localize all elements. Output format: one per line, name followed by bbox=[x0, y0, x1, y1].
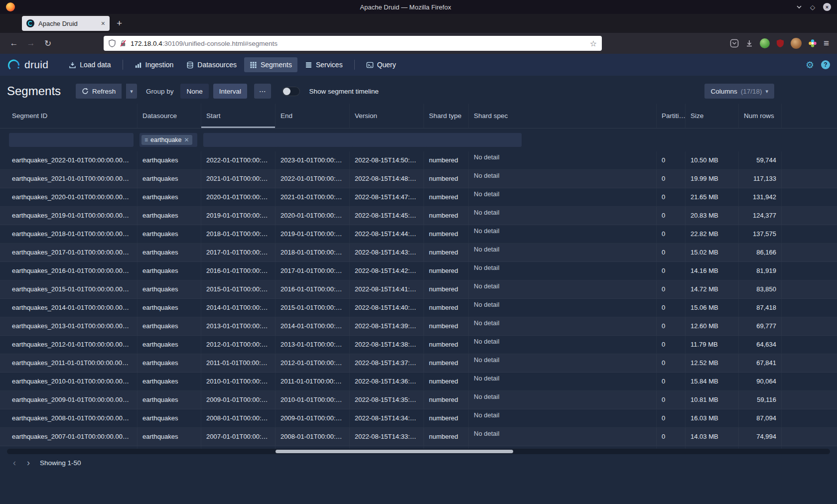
cell-end[interactable]: 2023-01-01T00:00:00.0… bbox=[276, 151, 350, 169]
cell-end[interactable]: 2011-01-01T00:00:00.0… bbox=[276, 373, 350, 390]
nav-item-load-data[interactable]: Load data bbox=[63, 57, 116, 72]
cell-shard-spec[interactable]: No detail bbox=[469, 225, 657, 243]
cell-size[interactable]: 10.81 MB bbox=[686, 391, 739, 409]
browser-tab[interactable]: Apache Druid × bbox=[22, 16, 110, 31]
cell-partition[interactable]: 0 bbox=[657, 262, 686, 280]
cell-start[interactable]: 2007-01-01T00:00:00.0… bbox=[201, 428, 276, 446]
next-page-button[interactable]: › bbox=[22, 458, 35, 468]
cell-partition[interactable]: 0 bbox=[657, 391, 686, 409]
cell-version[interactable]: 2022-08-15T14:34:19.1… bbox=[350, 409, 424, 427]
cell-start[interactable]: 2016-01-01T00:00:00.0… bbox=[201, 262, 276, 280]
remove-filter-icon[interactable]: ✕ bbox=[184, 136, 189, 143]
cell-datasource[interactable]: earthquakes bbox=[138, 207, 201, 225]
cell-start[interactable]: 2019-01-01T00:00:00.0… bbox=[201, 207, 276, 225]
columns-button[interactable]: Columns (17/18) ▾ bbox=[704, 84, 774, 99]
cell-num-rows[interactable]: 67,841 bbox=[739, 354, 782, 372]
cell-num-rows[interactable]: 69,777 bbox=[739, 317, 782, 335]
table-row[interactable]: earthquakes_2010-01-01T00:00:00.000Z_2… … bbox=[0, 373, 837, 391]
cell-shard-type[interactable]: numbered bbox=[424, 170, 469, 188]
cell-shard-spec[interactable]: No detail bbox=[469, 391, 657, 409]
cell-size[interactable]: 15.02 MB bbox=[686, 244, 739, 261]
cell-num-rows[interactable]: 124,377 bbox=[739, 207, 782, 225]
filter-datasource-input[interactable]: ≡ earthquake ✕ bbox=[140, 133, 197, 147]
cell-shard-type[interactable]: numbered bbox=[424, 262, 469, 280]
cell-num-rows[interactable]: 74,994 bbox=[739, 428, 782, 446]
cell-partition[interactable]: 0 bbox=[657, 244, 686, 261]
cell-shard-spec[interactable]: No detail bbox=[469, 317, 657, 335]
help-icon[interactable]: ? bbox=[821, 60, 830, 69]
back-button[interactable]: ← bbox=[6, 36, 22, 51]
nav-item-datasources[interactable]: Datasources bbox=[181, 57, 242, 72]
cell-size[interactable]: 10.50 MB bbox=[686, 151, 739, 169]
cell-end[interactable]: 2017-01-01T00:00:00.0… bbox=[276, 262, 350, 280]
cell-segment-id[interactable]: earthquakes_2008-01-01T00:00:00.000Z_2… bbox=[7, 409, 138, 427]
cell-num-rows[interactable]: 137,575 bbox=[739, 225, 782, 243]
cell-num-rows[interactable]: 81,919 bbox=[739, 262, 782, 280]
cell-shard-type[interactable]: numbered bbox=[424, 391, 469, 409]
cell-shard-type[interactable]: numbered bbox=[424, 336, 469, 354]
cell-start[interactable]: 2017-01-01T00:00:00.0… bbox=[201, 244, 276, 261]
cell-segment-id[interactable]: earthquakes_2017-01-01T00:00:00.000Z_2… bbox=[7, 244, 138, 261]
cell-end[interactable]: 2014-01-01T00:00:00.0… bbox=[276, 317, 350, 335]
table-row[interactable]: earthquakes_2015-01-01T00:00:00.000Z_2… … bbox=[0, 280, 837, 299]
menu-icon[interactable]: ≡ bbox=[824, 38, 829, 49]
horizontal-scrollbar[interactable] bbox=[7, 449, 830, 454]
column-header-end[interactable]: End bbox=[276, 104, 350, 128]
cell-shard-type[interactable]: numbered bbox=[424, 225, 469, 243]
cell-version[interactable]: 2022-08-15T14:48:43.0… bbox=[350, 170, 424, 188]
cell-start[interactable]: 2009-01-01T00:00:00.0… bbox=[201, 391, 276, 409]
cell-end[interactable]: 2013-01-01T00:00:00.0… bbox=[276, 336, 350, 354]
group-by-none-button[interactable]: None bbox=[180, 84, 208, 99]
datasource-filter-tag[interactable]: ≡ earthquake ✕ bbox=[141, 135, 192, 145]
column-header-num-rows[interactable]: Num rows bbox=[739, 104, 782, 128]
cell-segment-id[interactable]: earthquakes_2021-01-01T00:00:00.000Z_2… bbox=[7, 170, 138, 188]
cell-partition[interactable]: 0 bbox=[657, 299, 686, 317]
column-header-partition[interactable]: Partiti… bbox=[657, 104, 686, 128]
cell-version[interactable]: 2022-08-15T14:47:13.5… bbox=[350, 188, 424, 206]
column-header-shard-spec[interactable]: Shard spec bbox=[469, 104, 657, 128]
cell-version[interactable]: 2022-08-15T14:45:49.1… bbox=[350, 207, 424, 225]
cell-version[interactable]: 2022-08-15T14:44:14.1… bbox=[350, 225, 424, 243]
scrollbar-thumb[interactable] bbox=[276, 450, 513, 453]
cell-segment-id[interactable]: earthquakes_2011-01-01T00:00:00.000Z_2… bbox=[7, 354, 138, 372]
cell-num-rows[interactable]: 86,166 bbox=[739, 244, 782, 261]
cell-size[interactable]: 16.03 MB bbox=[686, 409, 739, 427]
cell-partition[interactable]: 0 bbox=[657, 151, 686, 169]
cell-datasource[interactable]: earthquakes bbox=[138, 151, 201, 169]
cell-end[interactable]: 2022-01-01T00:00:00.0… bbox=[276, 170, 350, 188]
refresh-button[interactable]: Refresh bbox=[76, 84, 122, 99]
cell-size[interactable]: 15.06 MB bbox=[686, 299, 739, 317]
table-row[interactable]: earthquakes_2018-01-01T00:00:00.000Z_2… … bbox=[0, 225, 837, 244]
cell-segment-id[interactable]: earthquakes_2020-01-01T00:00:00.000Z_2… bbox=[7, 188, 138, 206]
cell-datasource[interactable]: earthquakes bbox=[138, 336, 201, 354]
cell-shard-spec[interactable]: No detail bbox=[469, 207, 657, 225]
cell-start[interactable]: 2013-01-01T00:00:00.0… bbox=[201, 317, 276, 335]
table-row[interactable]: earthquakes_2009-01-01T00:00:00.000Z_2… … bbox=[0, 391, 837, 409]
cell-size[interactable]: 12.60 MB bbox=[686, 317, 739, 335]
cell-shard-spec[interactable]: No detail bbox=[469, 428, 657, 446]
table-row[interactable]: earthquakes_2021-01-01T00:00:00.000Z_2… … bbox=[0, 170, 837, 188]
cell-num-rows[interactable]: 87,418 bbox=[739, 299, 782, 317]
cell-shard-spec[interactable]: No detail bbox=[469, 373, 657, 390]
cell-start[interactable]: 2010-01-01T00:00:00.0… bbox=[201, 373, 276, 390]
cell-segment-id[interactable]: earthquakes_2022-01-01T00:00:00.000Z_2… bbox=[7, 151, 138, 169]
cell-datasource[interactable]: earthquakes bbox=[138, 317, 201, 335]
cell-size[interactable]: 19.99 MB bbox=[686, 170, 739, 188]
url-bar[interactable]: 172.18.0.4:30109/unified-console.html#se… bbox=[104, 36, 602, 51]
druid-logo[interactable]: druid bbox=[7, 58, 48, 72]
cell-segment-id[interactable]: earthquakes_2018-01-01T00:00:00.000Z_2… bbox=[7, 225, 138, 243]
cell-partition[interactable]: 0 bbox=[657, 354, 686, 372]
cell-version[interactable]: 2022-08-15T14:42:19.7… bbox=[350, 262, 424, 280]
cell-num-rows[interactable]: 59,744 bbox=[739, 151, 782, 169]
cell-shard-spec[interactable]: No detail bbox=[469, 280, 657, 298]
cell-shard-spec[interactable]: No detail bbox=[469, 336, 657, 354]
cell-num-rows[interactable]: 117,133 bbox=[739, 170, 782, 188]
cell-start[interactable]: 2014-01-01T00:00:00.0… bbox=[201, 299, 276, 317]
gear-icon[interactable]: ⚙ bbox=[806, 60, 814, 70]
cell-start[interactable]: 2008-01-01T00:00:00.0… bbox=[201, 409, 276, 427]
cell-end[interactable]: 2009-01-01T00:00:00.0… bbox=[276, 409, 350, 427]
download-icon[interactable] bbox=[745, 39, 753, 47]
cell-shard-type[interactable]: numbered bbox=[424, 373, 469, 390]
shield-icon[interactable] bbox=[109, 39, 116, 47]
cell-size[interactable]: 12.52 MB bbox=[686, 354, 739, 372]
